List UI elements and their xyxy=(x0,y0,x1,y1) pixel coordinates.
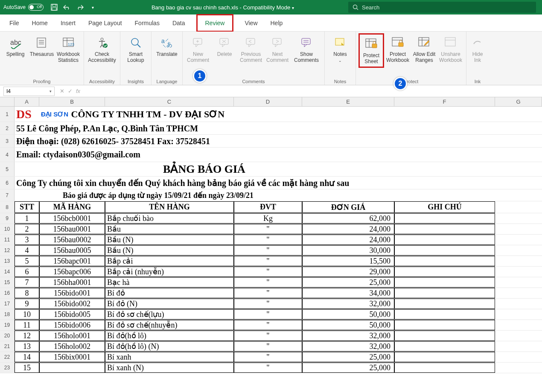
protect-sheet-button[interactable]: Protect Sheet xyxy=(358,33,384,68)
cell-dvt[interactable]: " xyxy=(234,341,302,351)
cell-code[interactable]: 156bido002 xyxy=(39,299,105,309)
tab-formulas[interactable]: Formulas xyxy=(133,17,161,29)
thesaurus-button[interactable]: Thesaurus xyxy=(29,33,55,59)
cell-name[interactable]: Bầu xyxy=(105,224,234,234)
row-header[interactable]: 23 xyxy=(0,363,15,373)
cell-code[interactable] xyxy=(39,363,105,373)
spreadsheet-grid[interactable]: A B C D E F G 1 DS ĐẠI SƠN CÔNG TY TNHH … xyxy=(0,97,542,373)
cell-price[interactable]: 30,000 xyxy=(302,245,394,256)
cell-name[interactable]: Bí đỏ (N) xyxy=(105,299,234,309)
autosave-toggle[interactable]: AutoSave Off xyxy=(3,4,44,11)
row-header[interactable]: 17 xyxy=(0,299,15,309)
row-header[interactable]: 2 xyxy=(0,122,15,134)
cell-price[interactable]: 50,000 xyxy=(302,309,394,319)
cell[interactable]: Công Ty chúng tôi xin chuyển đến Quý khá… xyxy=(15,177,472,189)
row-header[interactable]: 4 xyxy=(0,148,15,162)
cell-stt[interactable]: 11 xyxy=(15,320,39,330)
row-header[interactable]: 13 xyxy=(0,256,15,266)
cell-logo[interactable]: DS xyxy=(15,107,39,122)
row-header[interactable]: 14 xyxy=(0,267,15,277)
cell-dvt[interactable]: " xyxy=(234,245,302,256)
cell-name[interactable]: Bí đỏ(hồ lô) (N) xyxy=(105,341,234,351)
cell-code[interactable]: 156holo002 xyxy=(39,341,105,351)
cell-stt[interactable]: 1 xyxy=(15,213,39,224)
col-header[interactable]: D xyxy=(234,97,302,106)
chevron-down-icon[interactable]: ▾ xyxy=(50,89,52,93)
notes-button[interactable]: Notes⌄ xyxy=(327,33,353,65)
row-header[interactable]: 11 xyxy=(0,235,15,245)
cell-note[interactable] xyxy=(394,256,495,266)
tab-page-layout[interactable]: Page Layout xyxy=(87,17,124,29)
spelling-button[interactable]: abcSpelling xyxy=(3,33,28,59)
cell-name[interactable]: Bí xanh (N) xyxy=(105,363,234,373)
th-tenhang[interactable]: TÊN HÀNG xyxy=(105,201,234,213)
tab-help[interactable]: Help xyxy=(269,17,285,29)
protect-workbook-button[interactable]: Protect Workbook xyxy=(385,33,411,65)
allow-edit-ranges-button[interactable]: Allow Edit Ranges xyxy=(411,33,437,65)
row-header[interactable]: 1 xyxy=(0,107,15,122)
cell-stt[interactable]: 13 xyxy=(15,341,39,351)
cell-price[interactable]: 50,000 xyxy=(302,320,394,330)
cell-dvt[interactable]: " xyxy=(234,235,302,245)
cell-dvt[interactable]: " xyxy=(234,309,302,319)
cell-name[interactable]: Bắp cải (nhuyễn) xyxy=(105,267,234,277)
cell-price[interactable]: 15,500 xyxy=(302,256,394,266)
row-header[interactable]: 16 xyxy=(0,288,15,298)
cell-code[interactable]: 156holo001 xyxy=(39,331,105,341)
col-header[interactable]: G xyxy=(495,97,542,106)
row-header[interactable]: 9 xyxy=(0,213,15,224)
cell-name[interactable]: Bí đỏ xyxy=(105,288,234,298)
cell-note[interactable] xyxy=(394,288,495,298)
new-comment-button[interactable]: New Comment xyxy=(185,33,211,65)
cell-stt[interactable]: 3 xyxy=(15,235,39,245)
cell-stt[interactable]: 12 xyxy=(15,331,39,341)
cell-note[interactable] xyxy=(394,320,495,330)
cell-name[interactable]: Bí đỏ(hồ lô) xyxy=(105,331,234,341)
tab-file[interactable]: File xyxy=(8,17,21,29)
previous-comment-button[interactable]: Previous Comment xyxy=(238,33,264,65)
tab-review[interactable]: Review xyxy=(196,14,234,32)
cell-stt[interactable]: 14 xyxy=(15,352,39,362)
cell-price[interactable]: 24,000 xyxy=(302,224,394,234)
hide-ink-button[interactable]: Hide Ink xyxy=(469,33,486,65)
col-header[interactable]: F xyxy=(394,97,495,106)
smart-lookup-button[interactable]: Smart Lookup xyxy=(123,33,149,65)
cell-name[interactable]: Bầu (N) xyxy=(105,245,234,256)
name-box[interactable]: I4▾ xyxy=(3,87,55,96)
cell-stt[interactable]: 6 xyxy=(15,267,39,277)
cell-name[interactable]: Bắp cải xyxy=(105,256,234,266)
cell-price[interactable]: 62,000 xyxy=(302,213,394,224)
cell-stt[interactable]: 15 xyxy=(15,363,39,373)
row-header[interactable]: 20 xyxy=(0,331,15,341)
cell-code[interactable]: 156bix0001 xyxy=(39,352,105,362)
th-ghichu[interactable]: GHI CHÚ xyxy=(394,201,495,213)
cell-dvt[interactable]: " xyxy=(234,331,302,341)
cell-dvt[interactable]: Kg xyxy=(234,213,302,224)
tab-data[interactable]: Data xyxy=(171,17,187,29)
cell[interactable]: Điện thoại: (028) 62616025- 37528451 Fax… xyxy=(15,135,472,147)
save-icon[interactable] xyxy=(50,3,59,12)
col-header[interactable]: C xyxy=(105,97,234,106)
qat-dropdown-icon[interactable]: ▾ xyxy=(88,3,97,12)
cell-dvt[interactable]: " xyxy=(234,277,302,287)
th-dvt[interactable]: ĐVT xyxy=(234,201,302,213)
row-header[interactable]: 8 xyxy=(0,201,15,213)
cell-stt[interactable]: 5 xyxy=(15,256,39,266)
row-header[interactable]: 12 xyxy=(0,245,15,256)
cell-note[interactable] xyxy=(394,299,495,309)
col-header[interactable]: B xyxy=(39,97,105,106)
cell-code[interactable]: 156bau0002 xyxy=(39,235,105,245)
cell-code[interactable]: 156bau0001 xyxy=(39,224,105,234)
cell-note[interactable] xyxy=(394,309,495,319)
row-header[interactable]: 3 xyxy=(0,135,15,147)
cell-price[interactable]: 25,000 xyxy=(302,363,394,373)
cell-name[interactable]: Bạc hà xyxy=(105,277,234,287)
cell-price[interactable]: 25,000 xyxy=(302,352,394,362)
cell-code[interactable]: 156bapc006 xyxy=(39,267,105,277)
cell-price[interactable]: 34,000 xyxy=(302,288,394,298)
cell-price[interactable]: 25,000 xyxy=(302,277,394,287)
redo-icon[interactable] xyxy=(75,3,85,12)
cell-name[interactable]: Bắp chuối bào xyxy=(105,213,234,224)
row-header[interactable]: 6 xyxy=(0,177,15,189)
col-header[interactable]: E xyxy=(302,97,394,106)
